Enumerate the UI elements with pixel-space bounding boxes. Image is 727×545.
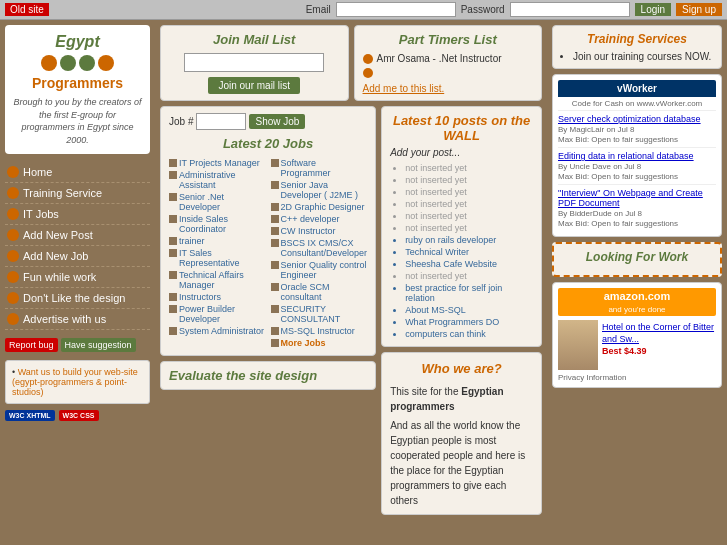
vworker-link-2[interactable]: Editing data in relational database bbox=[558, 151, 694, 161]
vworker-by-1: By MagicLair on Jul 8 bbox=[558, 125, 634, 134]
bullet-icon bbox=[169, 305, 177, 313]
vworker-link-1[interactable]: Server check optimization database bbox=[558, 114, 701, 124]
sidebar-item-design-label: Don't Like the design bbox=[23, 292, 125, 304]
training-icon bbox=[7, 187, 19, 199]
logo-icon-3 bbox=[79, 55, 95, 71]
sidebar-item-itjobs[interactable]: IT Jobs bbox=[5, 204, 150, 225]
list-item[interactable]: Oracle SCM consultant bbox=[271, 281, 368, 303]
amazon-product-link[interactable]: Hotel on the Corner of Bitter and Sw... bbox=[602, 322, 714, 344]
job-search-row: Job # Show Job bbox=[169, 113, 367, 130]
bullet-icon bbox=[271, 305, 279, 313]
bullet-icon bbox=[169, 249, 177, 257]
list-item[interactable]: not inserted yet bbox=[405, 210, 533, 222]
bullet-icon bbox=[169, 293, 177, 301]
list-item[interactable]: best practice for self join relation bbox=[405, 282, 533, 304]
list-item[interactable]: Sheesha Cafe Website bbox=[405, 258, 533, 270]
list-item[interactable]: BSCS IX CMS/CX Consultant/Developer bbox=[271, 237, 368, 259]
list-item[interactable]: Technical Writer bbox=[405, 246, 533, 258]
amazon-logo-text: amazon.com bbox=[604, 290, 671, 302]
list-item[interactable]: MS-SQL Instructor bbox=[271, 325, 368, 337]
logo-tagline: Brough to you by the creators of the fir… bbox=[13, 96, 142, 146]
password-label: Password bbox=[461, 4, 505, 15]
evaluate-title: Evaluate the site design bbox=[169, 368, 367, 383]
vworker-bid-3: Max Bid: Open to fair suggestions bbox=[558, 219, 678, 228]
training-item[interactable]: Join our training courses NOW. bbox=[573, 51, 715, 62]
old-site-button[interactable]: Old site bbox=[5, 3, 49, 16]
logo-icons bbox=[13, 55, 142, 71]
list-item[interactable]: IT Projects Manager bbox=[169, 157, 266, 169]
list-item[interactable]: Instructors bbox=[169, 291, 266, 303]
sidebar-item-fun[interactable]: Fun while work bbox=[5, 267, 150, 288]
more-jobs-link[interactable]: More Jobs bbox=[271, 337, 368, 349]
list-item[interactable]: not inserted yet bbox=[405, 270, 533, 282]
sidebar-item-home[interactable]: Home bbox=[5, 162, 150, 183]
list-item[interactable]: ruby on rails developer bbox=[405, 234, 533, 246]
training-list: Join our training courses NOW. bbox=[559, 51, 715, 62]
bullet-icon bbox=[169, 215, 177, 223]
list-item[interactable]: Technical Affairs Manager bbox=[169, 269, 266, 291]
amazon-privacy-link[interactable]: Privacy Information bbox=[558, 373, 716, 382]
signup-button[interactable]: Sign up bbox=[676, 3, 722, 16]
list-item[interactable]: not inserted yet bbox=[405, 222, 533, 234]
report-bug-button[interactable]: Report bug bbox=[5, 338, 58, 352]
nav-menu: Home Training Service IT Jobs Add New Po… bbox=[5, 162, 150, 330]
list-item[interactable]: not inserted yet bbox=[405, 198, 533, 210]
email-input[interactable] bbox=[336, 2, 456, 17]
logo-title: Egypt bbox=[13, 33, 142, 51]
right-sidebar: Training Services Join our training cour… bbox=[547, 20, 727, 545]
build-link[interactable]: Want us to build your web-site (egypt-pr… bbox=[12, 367, 138, 397]
sidebar-item-advertise[interactable]: Advertise with us bbox=[5, 309, 150, 330]
email-label: Email bbox=[306, 4, 331, 15]
list-item[interactable]: C++ developer bbox=[271, 213, 368, 225]
vworker-by-2: By Uncle Dave on Jul 8 bbox=[558, 162, 641, 171]
bullet-icon bbox=[271, 327, 279, 335]
bullet-icon bbox=[169, 327, 177, 335]
list-item[interactable]: not inserted yet bbox=[405, 162, 533, 174]
sidebar-item-addjob-label: Add New Job bbox=[23, 250, 88, 262]
login-button[interactable]: Login bbox=[635, 3, 671, 16]
bullet-icon bbox=[271, 261, 279, 269]
list-item[interactable]: Administrative Assistant bbox=[169, 169, 266, 191]
list-item[interactable]: IT Sales Representative bbox=[169, 247, 266, 269]
list-item[interactable]: Senior Java Developer ( J2ME ) bbox=[271, 179, 368, 201]
fun-icon bbox=[7, 271, 19, 283]
list-item[interactable]: Senior Quality control Engineer bbox=[271, 259, 368, 281]
list-item[interactable]: System Administrator bbox=[169, 325, 266, 337]
home-icon bbox=[7, 166, 19, 178]
maillist-input[interactable] bbox=[184, 53, 324, 72]
list-item[interactable]: CW Instructor bbox=[271, 225, 368, 237]
join-maillist-button[interactable]: Join our mail list bbox=[208, 77, 300, 94]
whoweare-title: Who we are? bbox=[390, 359, 533, 379]
vworker-sub: Code for Cash on www.vWorker.com bbox=[558, 99, 716, 108]
list-item featured[interactable]: SECURITY CONSULTANT bbox=[271, 303, 368, 325]
sidebar-item-design[interactable]: Don't Like the design bbox=[5, 288, 150, 309]
list-item[interactable]: 2D Graphic Designer bbox=[271, 201, 368, 213]
list-item[interactable]: not inserted yet bbox=[405, 174, 533, 186]
vworker-bid-2: Max Bid: Open to fair suggestions bbox=[558, 172, 678, 181]
list-item[interactable]: trainer bbox=[169, 235, 266, 247]
bullet-icon bbox=[169, 237, 177, 245]
wall-add-post[interactable]: Add your post... bbox=[390, 147, 533, 158]
list-item[interactable]: Power Builder Developer bbox=[169, 303, 266, 325]
sidebar-item-addjob[interactable]: Add New Job bbox=[5, 246, 150, 267]
logo-icon-4 bbox=[98, 55, 114, 71]
sidebar-item-training[interactable]: Training Service bbox=[5, 183, 150, 204]
job-number-input[interactable] bbox=[196, 113, 246, 130]
person-icon-2 bbox=[363, 68, 373, 78]
logo-sub: Programmers bbox=[13, 75, 142, 91]
list-item[interactable]: Inside Sales Coordinator bbox=[169, 213, 266, 235]
list-item[interactable]: Senior .Net Developer bbox=[169, 191, 266, 213]
looking-for-work-box: Looking For Work bbox=[552, 242, 722, 277]
vworker-link-3[interactable]: "Interview" On Webpage and Create PDF Do… bbox=[558, 188, 703, 208]
list-item[interactable]: About MS-SQL bbox=[405, 304, 533, 316]
list-item[interactable]: What Programmers DO bbox=[405, 316, 533, 328]
sidebar-item-addpost[interactable]: Add New Post bbox=[5, 225, 150, 246]
list-item[interactable]: Software Programmer bbox=[271, 157, 368, 179]
jobs-box: Job # Show Job Latest 20 Jobs IT Project… bbox=[160, 106, 376, 356]
list-item[interactable]: not inserted yet bbox=[405, 186, 533, 198]
show-job-button[interactable]: Show Job bbox=[249, 114, 305, 129]
list-item[interactable]: computers can think bbox=[405, 328, 533, 340]
suggestion-button[interactable]: Have suggestion bbox=[61, 338, 136, 352]
add-to-list-link[interactable]: Add me to this list. bbox=[363, 83, 445, 94]
password-input[interactable] bbox=[510, 2, 630, 17]
